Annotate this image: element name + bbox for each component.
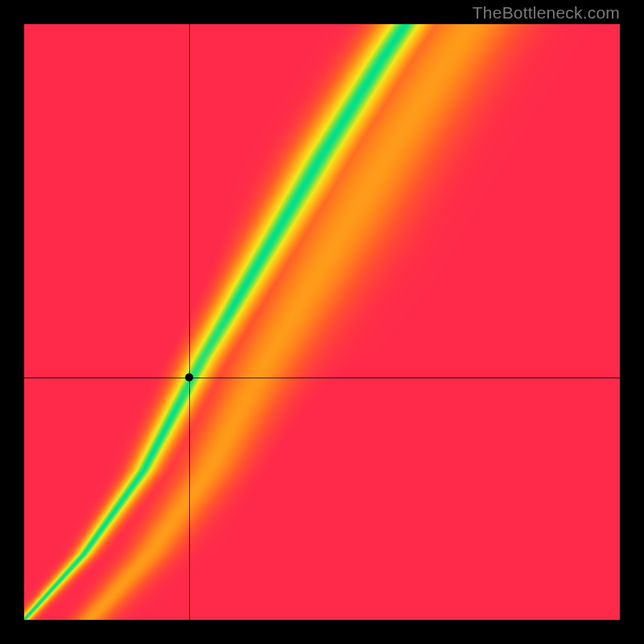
watermark-text: TheBottleneck.com [473, 3, 620, 23]
overlay-canvas [24, 24, 620, 620]
chart-frame: TheBottleneck.com [0, 0, 644, 644]
plot-area [24, 24, 620, 620]
